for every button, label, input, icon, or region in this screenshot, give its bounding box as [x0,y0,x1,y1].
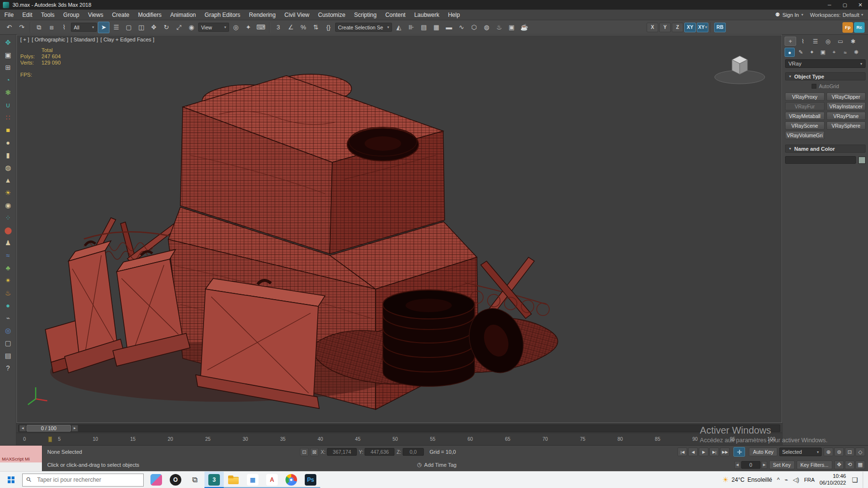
connector-plug-icon[interactable]: ⌁ [2,312,14,324]
axis-constraint-xy-button[interactable]: XY [684,23,696,32]
toggle-scene-explorer-icon[interactable]: ▤ [418,22,430,33]
photos-app-icon[interactable] [147,472,166,488]
cone-primitive-icon[interactable]: ▲ [2,174,14,186]
axis-constraint-plane-flyout[interactable]: XY▾ [697,23,708,32]
keyboard-shortcut-override-icon[interactable]: ⌨ [255,22,267,33]
particle-system-icon[interactable]: ⁘ [2,211,14,224]
auto-key-button[interactable]: Auto Key [749,448,777,456]
angle-snap-toggle-icon[interactable]: ∠ [285,22,297,33]
workspaces-dropdown[interactable]: Workspaces: Default ▾ [810,12,863,18]
key-selection-dropdown[interactable]: Selected ▾ [779,448,822,456]
listener-strip[interactable] [0,462,42,471]
render-setup-icon[interactable]: ♨ [493,22,505,33]
edit-named-selection-sets-icon[interactable]: {} [323,22,334,33]
category-shapes[interactable]: ✎ [796,48,806,57]
align-icon[interactable]: ⊪ [406,22,417,33]
add-time-tag[interactable]: ◷ Add Time Tag [417,462,457,468]
menu-item[interactable]: Laubwerk [410,10,444,20]
time-slider-handle[interactable]: 0 / 100 [27,425,71,432]
magnet-snap-icon[interactable]: ∪ [2,99,14,111]
hand-sculpt-icon[interactable]: ✴ [2,274,14,287]
search-input[interactable] [22,474,144,487]
z-coordinate-field[interactable] [403,448,424,456]
next-frame-arrow[interactable]: ► [71,425,78,432]
toolbar-spacer[interactable] [727,22,841,33]
camera-view-icon[interactable]: ▣ [2,49,14,61]
viewport-canvas[interactable]: [ + ] [ Orthographic ] [ Standard ] [ Cl… [16,35,782,423]
toolbar-separator[interactable] [30,22,31,33]
windows-app-icon[interactable]: ▦ [243,472,262,488]
time-clock-icon[interactable]: ◔ [2,74,14,86]
viewport-pov-menu[interactable]: [ Orthographic ] [32,37,68,42]
menu-item[interactable]: Civil View [280,10,314,20]
menu-item[interactable]: Modifiers [134,10,166,20]
notification-center-icon[interactable]: ❏ [852,476,858,484]
blue-orb-tool-icon[interactable]: ◎ [2,324,14,337]
toggle-ribbon-icon[interactable]: ▬ [443,22,455,33]
clipboard-notes-icon[interactable]: ▤ [2,349,14,362]
chrome-browser-icon[interactable] [282,472,301,488]
menu-item[interactable]: Tools [37,10,59,20]
autogrid-checkbox[interactable] [812,84,816,89]
object-type-rollout-header[interactable]: ▼ Object Type [785,72,866,80]
start-button[interactable] [0,472,22,488]
grid-helper-icon[interactable]: ⊞ [2,61,14,74]
previous-frame-arrow[interactable]: ◄ [19,425,26,432]
3ds-max-app-icon[interactable]: 3 [204,472,224,488]
sign-in-button[interactable]: ⚉ Sign In ▾ [775,12,803,18]
reference-coordinate-dropdown[interactable]: View▾ [198,23,229,32]
toolbar-separator[interactable] [269,22,270,33]
file-explorer-icon[interactable] [224,472,243,488]
material-ball-icon[interactable]: ⬤ [2,224,14,237]
category-cameras[interactable]: ▣ [818,48,828,57]
help-icon[interactable]: ? [2,362,14,374]
forest-pack-button[interactable]: Fp [842,22,853,33]
play-animation-button[interactable]: ▶ [699,448,708,456]
menu-item[interactable]: Create [108,10,134,20]
viewport-general-menu[interactable]: [ + ] [20,37,29,42]
menu-item[interactable]: File [0,10,18,20]
go-to-end-button[interactable]: ▶▶ [720,448,730,456]
curve-editor-icon[interactable]: ∿ [456,22,467,33]
select-and-manipulate-icon[interactable]: ✦ [243,22,254,33]
box-primitive-icon[interactable]: ■ [2,124,14,136]
category-systems[interactable]: ❋ [851,48,861,57]
menu-item[interactable]: Help [444,10,464,20]
tab-create[interactable]: + [785,37,796,46]
maxscript-mini-listener[interactable]: MAXScript Mi [0,446,42,471]
menu-item[interactable]: Rendering [244,10,280,20]
orbit-icon[interactable]: ⟲ [845,461,854,469]
fire-effect-icon[interactable]: ♨ [2,287,14,299]
viewport-style-menu[interactable]: [ Standard ] [70,37,98,42]
window-crossing-toggle-icon[interactable]: ◫ [136,22,147,33]
toggle-layer-explorer-icon[interactable]: ▦ [431,22,442,33]
weather-widget[interactable]: ☀ 24°C Ensoleillé [722,475,773,484]
select-object-icon[interactable]: ➤ [98,22,109,33]
water-plane-icon[interactable]: ≈ [2,249,14,262]
menu-item[interactable]: Scripting [350,10,381,20]
use-pivot-center-icon[interactable]: ◎ [230,22,242,33]
bind-to-space-warp-icon[interactable]: ⌇ [58,22,70,33]
photoshop-app-icon[interactable]: Ps [301,472,320,488]
tab-display[interactable]: ▭ [835,37,846,46]
show-desktop-button[interactable] [863,472,865,488]
menu-item[interactable]: Content [381,10,410,20]
vrayproxy-button[interactable]: VRayProxy [785,92,825,101]
hidden-icons-chevron[interactable]: ^ [777,476,780,483]
cylinder-primitive-icon[interactable]: ▮ [2,149,14,161]
grass-foliage-icon[interactable]: ♣ [2,262,14,274]
undo-icon[interactable]: ↶ [3,22,15,33]
minimize-button[interactable]: ─ [822,0,837,10]
biped-figure-icon[interactable]: ♟ [2,237,14,249]
select-and-link-icon[interactable]: ⧉ [33,22,45,33]
menu-item[interactable]: Edit [18,10,37,20]
teal-sphere-tool-icon[interactable]: ● [2,299,14,312]
category-lights[interactable]: ✦ [807,48,817,57]
opera-browser-icon[interactable]: O [166,472,185,488]
vrayclipper-button[interactable]: VRayClipper [827,92,866,101]
menu-item[interactable]: Views [83,10,108,20]
tube-primitive-icon[interactable]: ◍ [2,161,14,174]
selection-filter-dropdown[interactable]: All▾ [71,23,97,32]
zoom-icon[interactable]: ⊕ [824,448,833,456]
menu-item[interactable]: Customize [314,10,350,20]
